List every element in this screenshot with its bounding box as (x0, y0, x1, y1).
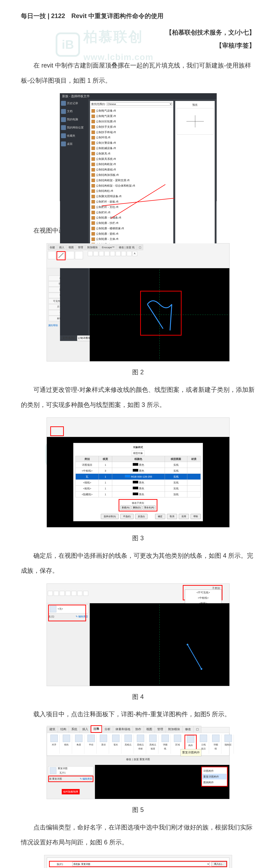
ribbon-group[interactable]: 隔热层 (223, 735, 234, 754)
file-row[interactable]: 公制结构加强板.rft (91, 173, 172, 178)
component-menu-item[interactable]: 详图构件 (202, 768, 227, 774)
ribbon-tab[interactable]: 系统 (69, 726, 80, 733)
component-menu-item[interactable]: 图例构件 (202, 779, 227, 785)
ribbon-group[interactable]: 弧长 (110, 735, 121, 754)
category-table[interactable]: 类别 线宽 线颜色 线型图案 材质 详图项目1 黑色实线<中粗线>3 黑色实线瓦… (76, 456, 201, 497)
file-row[interactable]: 公制聚光照明设备.rft (91, 194, 172, 199)
ribbon-group[interactable]: 线性 (61, 735, 72, 754)
draw-arc2-icon[interactable] (116, 251, 120, 256)
ribbon-tab[interactable]: 附加模块 (85, 244, 100, 250)
table-row[interactable]: 瓦1 RGB 000-128-255实线 (76, 474, 200, 479)
ribbon-group[interactable]: 角度 (74, 735, 84, 754)
tool-icon[interactable] (60, 591, 64, 596)
ribbon-tab[interactable]: 管理 (155, 726, 166, 733)
file-row[interactable]: 公制机械设备.rft (91, 146, 172, 151)
table-row[interactable]: <细线>1 黑色实线 (76, 479, 200, 486)
draw-ellipse-icon[interactable] (127, 251, 132, 256)
help-button[interactable]: 帮助 (191, 514, 201, 519)
ok-button[interactable]: 确定 (155, 514, 165, 519)
load-button[interactable]: 载入(L)... (212, 862, 226, 866)
family-select[interactable]: 系统族: 重复详图 (72, 862, 210, 866)
ribbon-group[interactable]: 半径 (86, 735, 97, 754)
ribbon-group[interactable]: 高程点 坐标 (135, 735, 146, 754)
file-row[interactable]: 公制分区轮廓.rft (91, 119, 172, 124)
file-row[interactable]: 公制电气设备.rft (91, 108, 172, 114)
drawing-viewport[interactable] (90, 268, 229, 361)
file-row[interactable]: 公制环境.rft (91, 135, 172, 140)
ribbon-tab[interactable]: 视图 (144, 726, 155, 733)
new-subcategory-button[interactable]: 新建(N) (120, 505, 131, 510)
ribbon-tab[interactable]: ▢ (193, 726, 201, 733)
ribbon-tab[interactable]: 视图 (66, 244, 76, 250)
ribbon-tab[interactable]: 插入 (57, 244, 66, 250)
table-row[interactable]: <中粗线>3 黑色实线 (76, 468, 200, 474)
file-row[interactable]: 公制结构框架 - 梁和支撑.rft (91, 178, 172, 183)
file-row[interactable]: 公制轮廓 - 扶栏.rft (91, 220, 172, 226)
draw-spline-icon[interactable] (121, 251, 126, 256)
ribbon-tab[interactable]: 插入 (80, 726, 91, 733)
ribbon-tab[interactable]: 修改 | 放置 线 (117, 244, 137, 250)
table-row[interactable]: <隐藏线>1 黑色划线 (76, 492, 200, 497)
file-row[interactable]: 公制栏杆.rft (91, 210, 172, 215)
file-row[interactable]: 公制家具.rft (91, 151, 172, 156)
ribbon-group[interactable]: 高程点 (123, 735, 134, 754)
ribbon-tab[interactable]: 创建 (48, 244, 57, 250)
drawing-viewport[interactable] (90, 603, 229, 686)
file-row[interactable]: 公制扶手支撑.rft (91, 124, 172, 130)
draw-line-icon[interactable] (88, 251, 93, 256)
ribbon-group[interactable]: 直径 (98, 735, 109, 754)
file-row[interactable]: 公制结构桁架.rft (91, 162, 172, 167)
draw-poly-icon[interactable] (99, 251, 104, 256)
generic-tool-icon[interactable] (75, 251, 83, 259)
file-row[interactable]: 公制家具系统.rft (91, 156, 172, 162)
subcategory-option[interactable]: <中粗线> (185, 595, 222, 600)
delete-subcategory-button[interactable]: 删除(D) (132, 505, 142, 510)
places-nav-item[interactable]: 收藏夹 (61, 133, 87, 138)
lookin-select[interactable]: Chinese (107, 102, 172, 106)
ribbon-group[interactable]: 高程点 坡度 (147, 735, 159, 754)
file-row[interactable]: 公制结构柱.rft (91, 188, 172, 194)
ribbon-group[interactable]: 对齐 (49, 735, 60, 754)
draw-arc-icon[interactable] (110, 251, 115, 256)
ribbon-group[interactable]: 详图 线 (160, 735, 171, 754)
file-row[interactable]: 公制轮廓 - 分隔条.rft (91, 215, 172, 220)
ribbon-tab[interactable]: 建筑 (47, 726, 58, 733)
file-row[interactable]: 公制轮廓 - 楼梯前缘.rft (91, 226, 172, 231)
ribbon-tab[interactable]: 管理 (76, 244, 85, 250)
ribbon-tab[interactable]: 修改 (183, 726, 194, 733)
edit-type-link[interactable]: ✎ 编辑类型 (80, 777, 92, 781)
places-nav-item[interactable]: 文档 (61, 109, 87, 114)
ribbon-tab[interactable]: 体量和场地 (113, 726, 133, 733)
tool-icon[interactable] (54, 591, 59, 596)
draw-text-icon[interactable]: A (132, 251, 137, 256)
file-row[interactable]: 公制轮廓 - 主体.rft (91, 237, 172, 242)
tool-icon[interactable] (83, 591, 88, 596)
apply-button[interactable]: 应用 (179, 514, 189, 519)
select-none-button[interactable]: 不选(E) (120, 514, 134, 519)
component-menu-item[interactable]: 重复详图构件 (202, 774, 227, 779)
ribbon-tab[interactable]: 注释 (91, 725, 102, 733)
properties-help-link[interactable]: 属性帮助 (48, 323, 58, 328)
table-row[interactable]: 详图项目1 黑色实线 (76, 462, 200, 468)
ribbon-tab[interactable]: 结构 (58, 726, 69, 733)
file-row[interactable]: 公制火警设备.rft (91, 140, 172, 146)
ribbon-group[interactable]: 详图 组 (211, 735, 221, 754)
places-nav-item[interactable]: 我的电脑 (61, 117, 87, 122)
file-row[interactable]: 公制轮廓 - 竖框.rft (91, 231, 172, 237)
places-nav-item[interactable]: 历史记录 (61, 101, 87, 106)
ribbon-tab[interactable]: 分析 (102, 726, 113, 733)
table-row[interactable]: <粗线>1 黑色实线 (76, 486, 200, 492)
draw-circle-icon[interactable] (105, 251, 109, 256)
tool-icon[interactable] (65, 591, 71, 596)
places-nav-item[interactable]: 桌面 (61, 142, 87, 147)
subcategory-option[interactable]: <不可见线> (185, 590, 222, 595)
ribbon-tab[interactable]: 附加模块 (166, 726, 183, 733)
cancel-button[interactable]: 取消 (167, 514, 177, 519)
generic-tool-icon[interactable] (66, 251, 74, 259)
ribbon-tab[interactable]: 协作 (133, 726, 144, 733)
tool-icon[interactable] (48, 591, 53, 596)
draw-rect-icon[interactable] (93, 251, 98, 256)
file-row[interactable]: 公制电气装置.rft (91, 114, 172, 119)
tool-icon[interactable] (77, 591, 82, 596)
invert-selection-button[interactable]: 反选(I) (135, 514, 147, 519)
